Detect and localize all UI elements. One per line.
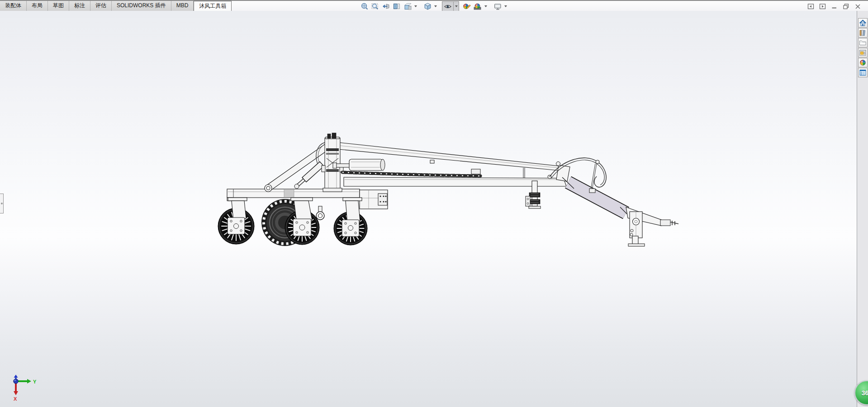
apply-scene-button[interactable] [472,1,483,11]
apply-scene-icon [473,2,482,11]
previous-view-icon [382,2,390,11]
tab-layout[interactable]: 布局 [27,1,48,11]
task-pane-view-palette-button[interactable] [858,48,868,57]
zoom-area-button[interactable] [370,1,380,11]
drawing-view-dropdown[interactable] [413,1,418,11]
badge-text: 360 [862,389,868,397]
tree-tab-dot [1,203,3,204]
view-settings-button[interactable] [492,1,503,11]
close-icon [854,3,861,10]
headsup-view-toolbar [359,1,508,11]
view-orientation-cube-icon [423,2,432,11]
collapse-right-pane-button[interactable] [819,3,826,10]
cad-model-agricultural-implement [199,122,688,258]
graphics-viewport[interactable]: Y X [0,11,857,407]
task-pane-appearances-button[interactable] [858,58,868,67]
triad-y-label: Y [33,379,37,384]
collapsed-feature-tree-tab[interactable] [0,194,4,213]
edit-appearance-icon [462,2,471,11]
appearances-sphere-icon [859,59,867,66]
section-view-icon [393,2,401,11]
tab-evaluate[interactable]: 评估 [90,1,112,11]
minimize-button[interactable] [830,3,838,10]
command-manager-tabs: 装配体 布局 草图 标注 评估 SOLIDWORKS 插件 MBD 沐风工具箱 [0,1,232,11]
tab-solidworks-addins[interactable]: SOLIDWORKS 插件 [112,1,171,11]
hide-show-items-dropdown[interactable] [454,1,459,11]
tab-sketch[interactable]: 草图 [48,1,69,11]
restore-icon [843,3,849,10]
view-settings-icon [493,2,502,11]
edit-appearance-button[interactable] [461,1,472,11]
hide-show-eye-icon [443,2,452,11]
close-button[interactable] [854,3,862,10]
section-view-button[interactable] [391,1,402,11]
drawing-view-button[interactable] [402,1,413,11]
zoom-fit-button[interactable] [359,1,370,11]
folder-icon [859,39,867,47]
task-pane-custom-properties-button[interactable] [858,68,868,77]
view-palette-icon [859,49,867,57]
tab-assembly[interactable]: 装配体 [0,1,27,11]
design-library-icon [859,29,867,37]
hide-show-items-button[interactable] [442,1,453,11]
window-controls [807,3,862,10]
view-orientation-dropdown[interactable] [433,1,438,11]
tab-mbd[interactable]: MBD [171,1,194,11]
top-bar: 装配体 布局 草图 标注 评估 SOLIDWORKS 插件 MBD 沐风工具箱 [0,0,868,11]
tab-annotation[interactable]: 标注 [69,1,90,11]
apply-scene-dropdown[interactable] [483,1,488,11]
solidworks-window: { "command_tabs": { "items": [ {"label":… [0,0,868,407]
task-pane-design-library-button[interactable] [858,28,868,38]
zoom-fit-icon [360,2,369,11]
collapse-left-pane-icon [807,3,814,10]
minimize-icon [831,3,838,10]
previous-view-button[interactable] [380,1,391,11]
restore-button[interactable] [842,3,850,10]
drawing-view-icon [403,2,412,11]
task-pane-file-explorer-button[interactable] [858,38,868,47]
task-pane-home-button[interactable] [858,18,868,28]
view-settings-dropdown[interactable] [503,1,508,11]
zoom-area-icon [371,2,379,11]
collapse-left-pane-button[interactable] [807,3,815,10]
reference-triad: Y X [7,372,39,403]
view-orientation-button[interactable] [422,1,433,11]
custom-properties-icon [859,69,867,76]
collapse-right-pane-icon [819,3,826,10]
home-icon [859,19,867,27]
tab-mufeng-toolbox[interactable]: 沐风工具箱 [194,1,232,11]
task-pane-strip [857,11,868,407]
hide-show-items-button-pressed [442,1,459,11]
triad-x-label: X [14,396,17,402]
